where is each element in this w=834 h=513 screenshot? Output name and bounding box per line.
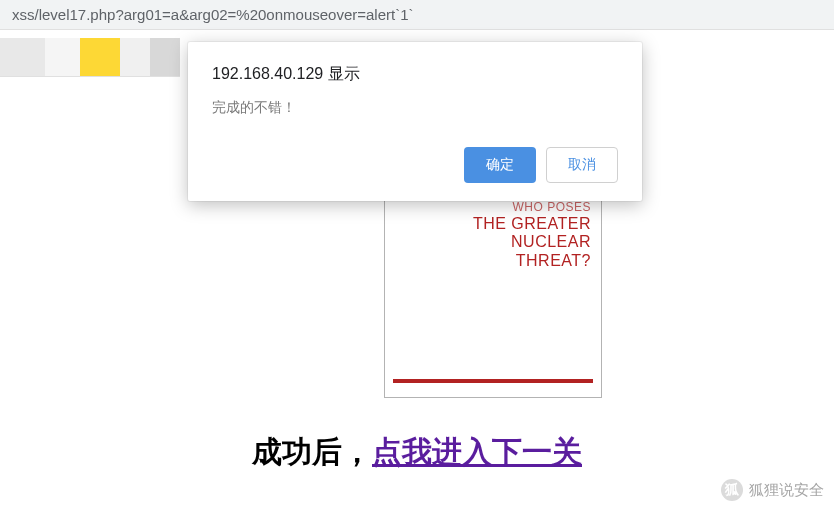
flash-embed[interactable]: WHO POSES THE GREATER NUCLEAR THREAT? [384,198,602,398]
bottom-prefix: 成功后， [252,435,372,468]
dialog-message: 完成的不错！ [212,99,618,117]
dialog-title: 192.168.40.129 显示 [212,64,618,85]
blurred-toolbar [0,38,180,76]
next-level-link[interactable]: 点我进入下一关 [372,435,582,468]
ok-button[interactable]: 确定 [464,147,536,183]
watermark: 狐 狐狸说安全 [721,479,824,501]
flash-text: WHO POSES THE GREATER NUCLEAR THREAT? [473,201,591,270]
flash-underline [393,379,593,383]
cancel-button[interactable]: 取消 [546,147,618,183]
alert-dialog: 192.168.40.129 显示 完成的不错！ 确定 取消 [188,42,642,201]
divider [0,76,180,77]
url-bar[interactable]: xss/level17.php?arg01=a&arg02=%20onmouse… [0,0,834,30]
bottom-text: 成功后，点我进入下一关 [0,432,834,473]
dialog-buttons: 确定 取消 [212,147,618,183]
watermark-icon: 狐 [721,479,743,501]
watermark-text: 狐狸说安全 [749,481,824,500]
